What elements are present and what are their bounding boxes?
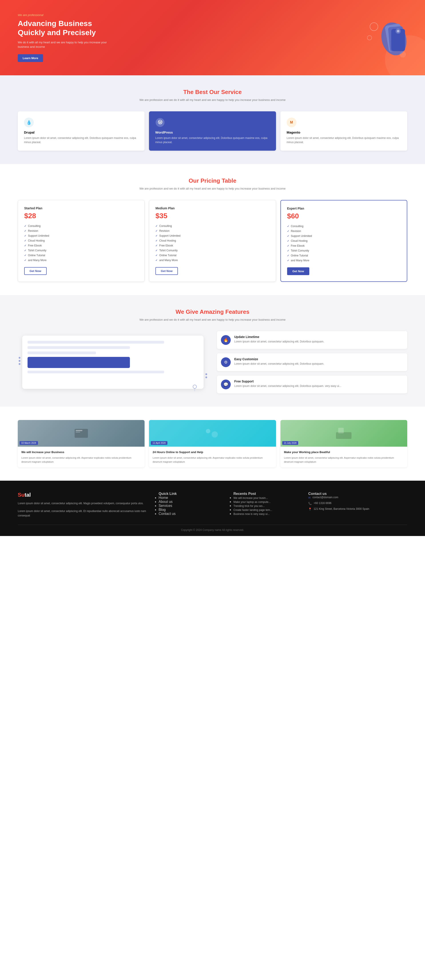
- svg-point-8: [400, 51, 406, 57]
- blog-grid: 03 March 2028 We will Increase your Busi…: [18, 420, 407, 467]
- features-layout: 🔥 Update Limetime Lorem ipsum dolor sit …: [18, 331, 407, 393]
- footer: Sutal Lorem ipsum dolor sit amet, consec…: [0, 480, 425, 536]
- recent-link-4[interactable]: Create faster landing page tem...: [233, 508, 272, 512]
- svg-rect-13: [76, 432, 80, 433]
- service-card-drupal: 💧 Drupal Lorem ipsum dolor sit amet, con…: [18, 111, 144, 151]
- contact-address-item: 📍 121 King Street, Barcelona Victoria 30…: [308, 508, 407, 511]
- customize-icon: ⚙: [221, 357, 231, 367]
- dot-4: [205, 373, 207, 375]
- services-grid: 💧 Drupal Lorem ipsum dolor sit amet, con…: [18, 111, 407, 151]
- plan-features-expert: Consulting Revision Support Unlimited Cl…: [287, 224, 401, 263]
- logo-su: Su: [18, 492, 25, 498]
- quick-link-home-anchor[interactable]: Home: [159, 496, 168, 500]
- recent-link-5[interactable]: Business now is very easy ui...: [233, 512, 270, 515]
- plan-price-medium: $35: [155, 212, 270, 220]
- feature-item: Revision: [287, 229, 401, 234]
- contact-phone: +60 1316 6696: [314, 501, 331, 505]
- quick-link-blog-anchor[interactable]: Blog: [159, 508, 166, 512]
- footer-quick-links: Quick Link Home About us Services Blog C…: [159, 492, 225, 518]
- feature-desc-customize: Lorem ipsum dolor sit amet, consectetur …: [234, 362, 324, 366]
- hero-illustration: [363, 20, 407, 56]
- feature-item: and Many More: [24, 258, 138, 262]
- feature-item: and Many More: [155, 258, 270, 262]
- footer-brand: Sutal Lorem ipsum dolor sit amet, consec…: [18, 492, 150, 518]
- recent-item-3: Trending trick for you wo...: [233, 504, 299, 508]
- feature-item: Free Ebook: [24, 243, 138, 248]
- recent-item-1: We will increase your busin...: [233, 496, 299, 500]
- blog-title-3: Make your Working place Beatiful: [284, 450, 404, 454]
- blog-section: 03 March 2028 We will Increase your Busi…: [0, 407, 425, 480]
- blog-deco-1: [72, 427, 90, 440]
- plan-cta-started[interactable]: Get Now: [24, 267, 47, 275]
- blog-desc-2: Lorem ipsum dolor sit amet, consectetur …: [152, 456, 272, 464]
- pricing-card-medium: Medium Plan $35 Consulting Revision Supp…: [149, 200, 276, 282]
- blog-img-3: 21 July 2028: [281, 420, 407, 447]
- features-section: We Give Amazing Features We are professi…: [0, 295, 425, 407]
- mockup-connector: [188, 382, 201, 391]
- hero-section: We are professional Advancing Business Q…: [0, 0, 425, 75]
- feature-item: Consulting: [155, 224, 270, 228]
- feature-item: Tshirt Comunity: [287, 248, 401, 253]
- hero-title: Advancing Business Quickly and Precisely: [18, 19, 111, 37]
- pricing-title: Our Pricing Table: [18, 177, 407, 184]
- plan-cta-medium[interactable]: Get Now: [155, 267, 178, 275]
- blog-card-3: 21 July 2028 Make your Working place Bea…: [281, 420, 407, 467]
- quick-link-services-anchor[interactable]: Services: [159, 504, 172, 508]
- contact-email-item: ✉ contact@domain.com: [308, 496, 407, 500]
- contact-email: contact@domain.com: [312, 496, 338, 499]
- svg-rect-12: [76, 430, 82, 431]
- feature-item: Support Unlimited: [287, 234, 401, 239]
- plan-cta-expert[interactable]: Get Now: [287, 267, 309, 275]
- mockup-bar-2: [27, 346, 130, 349]
- recents-title: Recents Post: [233, 492, 299, 496]
- quick-link-about-anchor[interactable]: About us: [159, 500, 173, 504]
- blog-deco-3: [335, 427, 353, 440]
- blog-date-1: 03 March 2028: [19, 441, 38, 445]
- feature-title-update: Update Limetime: [234, 335, 324, 339]
- feature-item: and Many More: [287, 258, 401, 263]
- service-desc-wordpress: Lorem ipsum dolor sit amet, consectetur …: [155, 136, 270, 145]
- blog-img-1: 03 March 2028: [18, 420, 144, 447]
- footer-recents: Recents Post We will increase your busin…: [233, 492, 299, 518]
- feature-item: Consulting: [24, 224, 138, 228]
- recent-link-2[interactable]: Make your laptop as compute...: [233, 500, 270, 504]
- service-card-wordpress: Ⓦ WordPress Lorem ipsum dolor sit amet, …: [149, 111, 276, 151]
- recent-link-1[interactable]: We will increase your busin...: [233, 496, 268, 500]
- wordpress-icon: Ⓦ: [155, 118, 165, 127]
- hero-cta-button[interactable]: Learn More: [18, 54, 43, 62]
- pricing-grid: Started Plan $28 Consulting Revision Sup…: [18, 200, 407, 282]
- recent-link-3[interactable]: Trending trick for you wo...: [233, 504, 265, 508]
- feature-item-support: 💬 Free Support Lorem ipsum dolor sit ame…: [217, 375, 407, 393]
- service-desc-magento: Lorem ipsum dolor sit amet, consectetur …: [287, 136, 401, 145]
- quick-links-list: Home About us Services Blog Contact us: [159, 496, 225, 516]
- blog-body-1: We will Increase your Business Lorem ips…: [18, 447, 144, 467]
- svg-point-9: [193, 385, 197, 388]
- footer-logo: Sutal: [18, 492, 150, 498]
- feature-title-support: Free Support: [234, 380, 341, 383]
- service-name-magento: Magento: [287, 130, 401, 134]
- feature-text-update: Update Limetime Lorem ipsum dolor sit am…: [234, 335, 324, 344]
- footer-bottom: Copyright © 2024 Company name All rights…: [18, 525, 407, 531]
- contact-title: Contact us: [308, 492, 407, 496]
- features-title: We Give Amazing Features: [18, 309, 407, 315]
- svg-rect-17: [338, 428, 344, 433]
- feature-text-customize: Easy Customize Lorem ipsum dolor sit ame…: [234, 357, 324, 366]
- copyright-text: Copyright © 2024 Company name All rights…: [181, 528, 244, 531]
- pricing-card-started: Started Plan $28 Consulting Revision Sup…: [18, 200, 144, 282]
- contact-phone-item: 📞 +60 1316 6696: [308, 501, 407, 505]
- dot-5: [205, 377, 207, 378]
- feature-desc-support: Lorem ipsum dolor sit amet, consectetur …: [234, 384, 341, 388]
- feature-item: Online Tutorial: [155, 253, 270, 258]
- features-header: We Give Amazing Features We are professi…: [18, 309, 407, 322]
- blog-img-bg-3: [281, 420, 407, 447]
- quick-link-contact-anchor[interactable]: Contact us: [159, 512, 175, 515]
- contact-address: 121 King Street, Barcelona Victoria 3000…: [314, 508, 369, 511]
- plan-price-started: $28: [24, 212, 138, 220]
- features-mockup-wrapper: [18, 331, 208, 393]
- pricing-section: Our Pricing Table We are profession and …: [0, 164, 425, 295]
- blog-title-2: 24 Hours Online to Support and Help: [152, 450, 272, 454]
- feature-item: Revision: [24, 228, 138, 233]
- quick-link-services: Services: [159, 504, 225, 508]
- plan-features-started: Consulting Revision Support Unlimited Cl…: [24, 224, 138, 262]
- footer-grid: Sutal Lorem ipsum dolor sit amet, consec…: [18, 492, 407, 518]
